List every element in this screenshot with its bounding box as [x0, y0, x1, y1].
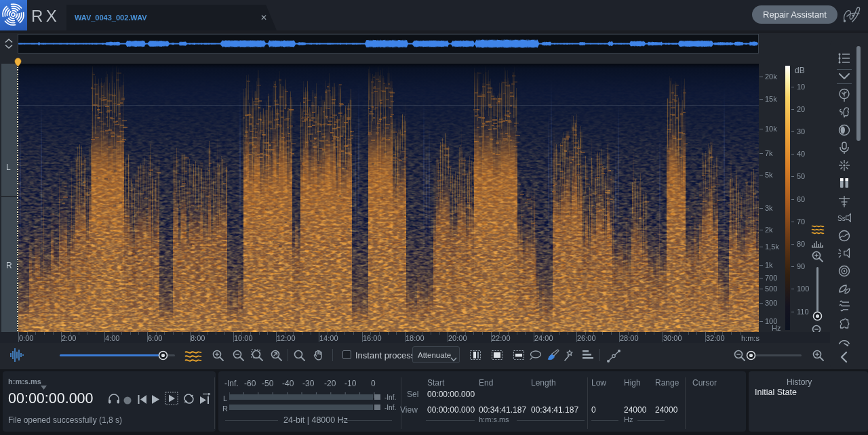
- svg-text:Ss: Ss: [837, 215, 846, 222]
